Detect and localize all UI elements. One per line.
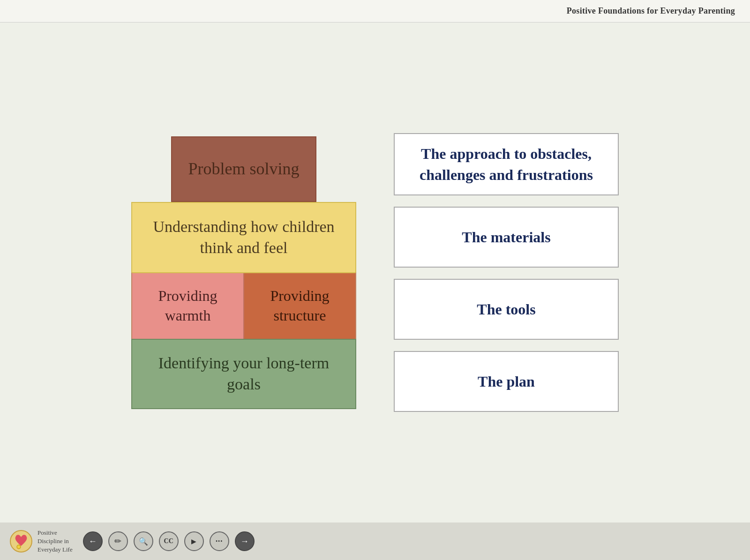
warmth-text: Providing warmth — [142, 286, 234, 325]
logo-area: Positive Discipline in Everyday Life — [9, 529, 73, 554]
structure-block: Providing structure — [244, 273, 355, 339]
understanding-text: Understanding how children think and fee… — [143, 217, 344, 258]
logo-text: Positive Discipline in Everyday Life — [38, 529, 73, 554]
search-button[interactable]: 🔍 — [134, 531, 153, 551]
pyramid-section: Problem solving Understanding how childr… — [131, 136, 356, 409]
card-materials-text: The materials — [462, 227, 550, 248]
app-title: Positive Foundations for Everyday Parent… — [567, 6, 735, 16]
structure-text: Providing structure — [254, 286, 346, 325]
more-button[interactable]: ••• — [210, 531, 229, 551]
card-plan: The plan — [394, 351, 619, 412]
problem-solving-block: Problem solving — [171, 136, 316, 202]
card-tools: The tools — [394, 279, 619, 340]
warmth-block: Providing warmth — [132, 273, 244, 339]
middle-row-block: Providing warmth Providing structure — [131, 272, 356, 339]
pencil-button[interactable]: ✏ — [108, 531, 128, 551]
top-bar: Positive Foundations for Everyday Parent… — [0, 0, 750, 22]
svg-point-1 — [17, 545, 21, 549]
logo-icon — [9, 530, 33, 553]
main-content: Problem solving Understanding how childr… — [0, 22, 750, 523]
problem-solving-text: Problem solving — [188, 158, 299, 180]
card-tools-text: The tools — [477, 299, 535, 320]
forward-button[interactable]: → — [235, 531, 255, 551]
video-button[interactable]: ▶ — [184, 531, 204, 551]
card-approach-text: The approach to obstacles, challenges an… — [404, 143, 608, 186]
card-materials: The materials — [394, 207, 619, 268]
goals-text: Identifying your long-term goals — [143, 353, 344, 394]
cc-button[interactable]: CC — [159, 531, 179, 551]
understanding-block: Understanding how children think and fee… — [131, 202, 356, 272]
back-button[interactable]: ← — [83, 531, 103, 551]
goals-block: Identifying your long-term goals — [131, 339, 356, 409]
cards-section: The approach to obstacles, challenges an… — [394, 133, 619, 412]
card-approach: The approach to obstacles, challenges an… — [394, 133, 619, 196]
card-plan-text: The plan — [478, 371, 535, 392]
bottom-toolbar: Positive Discipline in Everyday Life ← ✏… — [0, 523, 750, 560]
